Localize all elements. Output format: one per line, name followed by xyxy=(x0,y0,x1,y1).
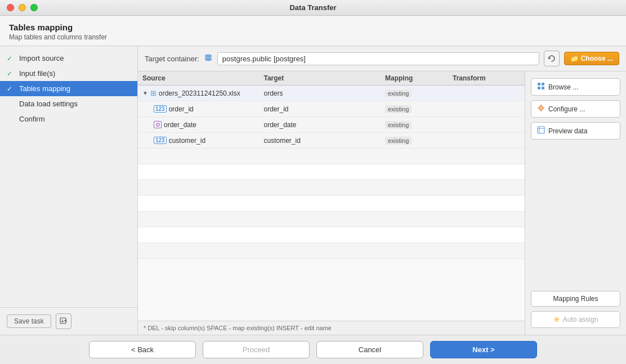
mapping-cell: existing xyxy=(385,89,453,97)
choose-label: Choose ... xyxy=(581,55,613,62)
page-subtitle: Map tables and columns transfer xyxy=(9,33,617,41)
browse-label: Browse ... xyxy=(548,83,578,91)
cancel-button[interactable]: Cancel xyxy=(316,341,423,358)
minimize-button[interactable] xyxy=(19,4,26,11)
preview-icon-svg xyxy=(537,126,545,134)
import-config-button[interactable] xyxy=(56,313,71,329)
source-cell: 123 order_id xyxy=(142,105,264,113)
choose-button[interactable]: 📁 Choose ... xyxy=(564,52,619,65)
preview-icon xyxy=(537,126,545,136)
table-row-empty xyxy=(138,180,525,196)
svg-rect-13 xyxy=(542,87,544,89)
source-column-name: order_date xyxy=(164,121,196,129)
window-title: Data Transfer xyxy=(289,3,336,12)
source-column-name: customer_id xyxy=(169,137,205,145)
table-header: Source Target Mapping Transform xyxy=(138,71,525,86)
auto-assign-button[interactable]: ✳ Auto assign xyxy=(531,311,620,328)
sidebar-nav: ✓ Import source ✓ Input file(s) ✓ Tables… xyxy=(0,46,137,307)
target-cell: order_id xyxy=(264,105,386,113)
target-column-name: order_id xyxy=(264,105,289,113)
table-area: Source Target Mapping Transform ▼ ⊞ orde… xyxy=(138,71,626,335)
table-row-empty xyxy=(138,164,525,180)
configure-icon xyxy=(537,104,545,114)
sidebar-item-data-load-settings[interactable]: Data load settings xyxy=(0,96,137,111)
right-panel: Target container: postgres.public [postg… xyxy=(138,46,626,335)
column-header-transform: Transform xyxy=(453,74,520,82)
sidebar-item-input-files[interactable]: ✓ Input file(s) xyxy=(0,66,137,81)
close-button[interactable] xyxy=(7,4,14,11)
target-refresh-button[interactable] xyxy=(544,51,560,66)
target-cell: customer_id xyxy=(264,137,386,145)
preview-data-label: Preview data xyxy=(548,127,587,135)
import-icon xyxy=(60,317,68,325)
sidebar-item-tables-mapping[interactable]: ✓ Tables mapping xyxy=(0,81,137,96)
source-column-name: order_id xyxy=(169,105,194,113)
mapping-badge: existing xyxy=(385,105,412,113)
spreadsheet-icon: ⊞ xyxy=(150,89,157,97)
configure-icon-svg xyxy=(537,104,545,112)
bottom-bar: < Back Proceed Cancel Next > xyxy=(0,335,626,364)
table-row[interactable]: ⊙ order_date order_date existing xyxy=(138,117,525,133)
type-number-icon: 123 xyxy=(154,137,167,144)
sidebar-item-label: Confirm xyxy=(19,115,45,123)
configure-label: Configure ... xyxy=(548,105,585,113)
main-content: ✓ Import source ✓ Input file(s) ✓ Tables… xyxy=(0,46,626,335)
table-row[interactable]: ▼ ⊞ orders_202311241250.xlsx orders exis… xyxy=(138,86,525,101)
browse-button[interactable]: Browse ... xyxy=(531,78,620,96)
browse-icon xyxy=(537,82,545,92)
target-column-name: customer_id xyxy=(264,137,301,145)
column-header-source: Source xyxy=(142,74,264,82)
next-button[interactable]: Next > xyxy=(430,341,537,358)
target-container-label: Target container: xyxy=(145,55,199,63)
expand-icon[interactable]: ▼ xyxy=(142,90,148,96)
mapping-badge: existing xyxy=(385,137,412,145)
target-container-bar: Target container: postgres.public [postg… xyxy=(138,46,626,71)
sidebar-item-confirm[interactable]: Confirm xyxy=(0,111,137,127)
mapping-cell: existing xyxy=(385,137,453,145)
folder-icon: 📁 xyxy=(570,55,579,62)
table-row-empty xyxy=(138,227,525,243)
svg-rect-10 xyxy=(538,83,540,86)
target-column-name: order_date xyxy=(264,121,297,129)
auto-assign-label: Auto assign xyxy=(563,316,598,323)
target-container-value[interactable]: postgres.public [postgres] xyxy=(217,52,539,65)
sidebar-item-label: Data load settings xyxy=(19,100,78,108)
svg-point-15 xyxy=(540,107,542,109)
preview-data-button[interactable]: Preview data xyxy=(531,122,620,140)
mapping-rules-button[interactable]: Mapping Rules xyxy=(531,291,620,307)
check-icon: ✓ xyxy=(7,55,16,62)
page-title: Tables mapping xyxy=(9,23,617,32)
database-icon xyxy=(204,53,213,62)
action-panel: Browse ... Configure ... xyxy=(525,71,626,335)
target-cell: orders xyxy=(264,89,386,97)
mapping-cell: existing xyxy=(385,105,453,113)
save-task-button[interactable]: Save task xyxy=(7,314,51,328)
back-button[interactable]: < Back xyxy=(89,341,196,358)
maximize-button[interactable] xyxy=(30,4,38,11)
sidebar-item-label: Input file(s) xyxy=(19,69,55,78)
table-row-empty xyxy=(138,212,525,227)
source-cell: ▼ ⊞ orders_202311241250.xlsx xyxy=(142,89,264,97)
table-row[interactable]: 123 order_id order_id existing xyxy=(138,101,525,117)
table-body: ▼ ⊞ orders_202311241250.xlsx orders exis… xyxy=(138,86,525,321)
table-row[interactable]: 123 customer_id customer_id existing xyxy=(138,133,525,149)
proceed-button[interactable]: Proceed xyxy=(203,341,310,358)
type-number-icon: 123 xyxy=(154,105,167,113)
svg-point-8 xyxy=(205,58,212,61)
type-date-icon: ⊙ xyxy=(154,121,162,128)
mapping-cell: existing xyxy=(385,121,453,129)
mapping-badge: existing xyxy=(385,89,412,97)
target-cell: order_date xyxy=(264,121,386,129)
column-header-mapping: Mapping xyxy=(385,74,453,82)
sidebar: ✓ Import source ✓ Input file(s) ✓ Tables… xyxy=(0,46,138,335)
source-cell: 123 customer_id xyxy=(142,137,264,145)
svg-rect-12 xyxy=(538,87,540,89)
title-bar: Data Transfer xyxy=(0,0,626,16)
check-icon xyxy=(7,100,16,108)
sidebar-item-import-source[interactable]: ✓ Import source xyxy=(0,51,137,66)
target-table-name: orders xyxy=(264,89,283,97)
table-row-empty xyxy=(138,196,525,212)
configure-button[interactable]: Configure ... xyxy=(531,100,620,118)
svg-rect-20 xyxy=(538,127,544,133)
sidebar-item-label: Import source xyxy=(19,54,64,62)
